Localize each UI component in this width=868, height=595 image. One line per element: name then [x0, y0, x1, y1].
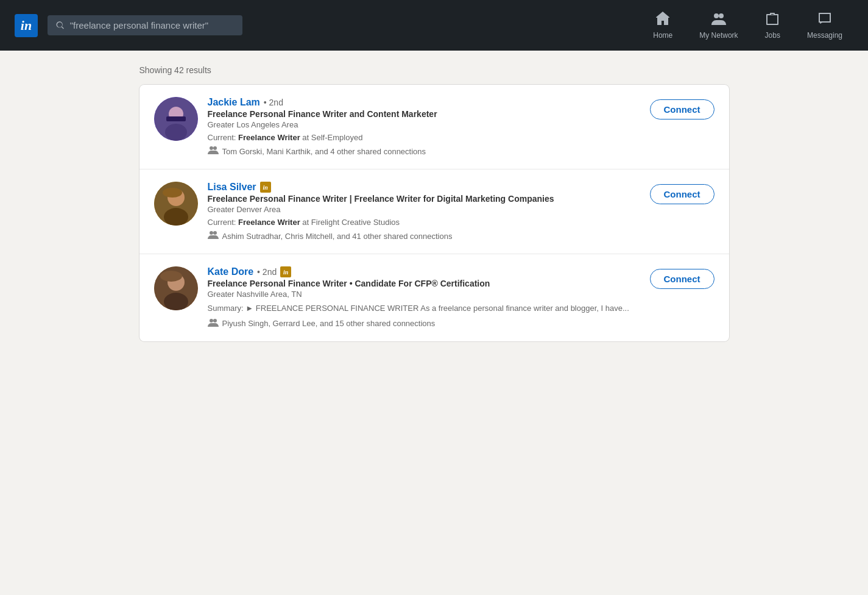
result-title-jackie: Freelance Personal Finance Writer and Co… [208, 109, 640, 119]
svg-point-10 [164, 293, 188, 310]
navbar: in Home My Network Jobs [0, 0, 868, 51]
connections-icon-kate [208, 318, 219, 329]
result-connections-lisa: Ashim Sutradhar, Chris Mitchell, and 41 … [208, 230, 640, 241]
results-count: Showing 42 results [139, 65, 729, 75]
svg-point-11 [160, 271, 182, 282]
jobs-icon [765, 12, 780, 29]
nav-item-mynetwork[interactable]: My Network [688, 12, 749, 40]
result-info-kate-dore: Kate Dore • 2nd in Freelance Personal Fi… [208, 266, 640, 329]
messaging-icon [817, 12, 832, 29]
svg-point-7 [163, 188, 182, 198]
current-at-lisa: at [302, 218, 311, 227]
nav-item-home[interactable]: Home [642, 12, 683, 40]
avatar-image-kate [154, 266, 198, 310]
current-role-lisa: Freelance Writer [238, 218, 300, 227]
nav-home-label: Home [653, 31, 672, 40]
connections-text-lisa: Ashim Sutradhar, Chris Mitchell, and 41 … [222, 232, 453, 241]
avatar-jackie-lam [154, 97, 198, 141]
result-title-lisa: Freelance Personal Finance Writer | Free… [208, 194, 640, 204]
result-location-jackie: Greater Los Angeles Area [208, 120, 640, 129]
result-item-jackie-lam: Jackie Lam • 2nd Freelance Personal Fina… [139, 85, 729, 169]
current-label-lisa: Current: [208, 218, 236, 227]
current-label-jackie: Current: [208, 133, 236, 142]
current-company-lisa: Firelight Creative Studios [311, 218, 400, 227]
result-name-kate[interactable]: Kate Dore [208, 266, 254, 277]
nav-jobs-label: Jobs [765, 31, 780, 40]
svg-point-6 [164, 208, 188, 226]
result-location-kate: Greater Nashville Area, TN [208, 290, 640, 299]
search-bar [48, 15, 242, 35]
result-location-lisa: Greater Denver Area [208, 205, 640, 214]
nav-item-jobs[interactable]: Jobs [754, 12, 791, 40]
nav-items: Home My Network Jobs Messaging [642, 12, 853, 40]
connections-text-kate: Piyush Singh, Gerrard Lee, and 15 other … [222, 319, 436, 328]
result-current-lisa: Current: Freelance Writer at Firelight C… [208, 218, 640, 227]
search-icon [56, 21, 65, 30]
my-network-icon [711, 12, 726, 29]
nav-messaging-label: Messaging [807, 31, 842, 40]
search-input[interactable] [70, 20, 234, 30]
svg-point-2 [165, 124, 187, 141]
result-item-kate-dore: Kate Dore • 2nd in Freelance Personal Fi… [139, 254, 729, 341]
current-company-jackie: Self-Employed [311, 133, 363, 142]
current-role-jackie: Freelance Writer [238, 133, 300, 142]
connect-button-lisa[interactable]: Connect [650, 184, 715, 204]
result-info-lisa-silver: Lisa Silver in Freelance Personal Financ… [208, 182, 640, 241]
avatar-image [154, 97, 198, 141]
result-connections-kate: Piyush Singh, Gerrard Lee, and 15 other … [208, 318, 640, 329]
connections-text-jackie: Tom Gorski, Mani Karthik, and 4 other sh… [222, 147, 426, 156]
result-action-jackie: Connect [650, 97, 715, 119]
avatar-lisa-silver [154, 182, 198, 226]
result-degree-jackie: • 2nd [264, 98, 283, 107]
connections-icon-jackie [208, 146, 219, 157]
nav-item-messaging[interactable]: Messaging [796, 12, 853, 40]
avatar-image-lisa [154, 182, 198, 226]
result-name-lisa[interactable]: Lisa Silver [208, 182, 256, 193]
svg-rect-3 [166, 116, 186, 121]
result-action-lisa: Connect [650, 182, 715, 204]
main-content: Showing 42 results Jackie Lam • 2nd Free… [130, 51, 739, 356]
result-action-kate: Connect [650, 266, 715, 289]
result-connections-jackie: Tom Gorski, Mani Karthik, and 4 other sh… [208, 146, 640, 157]
connect-button-jackie[interactable]: Connect [650, 99, 715, 119]
connect-button-kate[interactable]: Connect [650, 269, 715, 289]
avatar-kate-dore [154, 266, 198, 310]
result-current-jackie: Current: Freelance Writer at Self-Employ… [208, 133, 640, 142]
name-line-jackie: Jackie Lam • 2nd [208, 97, 640, 108]
connections-icon-lisa [208, 230, 219, 241]
linkedin-badge-kate: in [280, 266, 291, 277]
linkedin-logo[interactable]: in [15, 14, 38, 37]
result-summary-kate: Summary: ► FREELANCE PERSONAL FINANCE WR… [208, 302, 640, 315]
linkedin-badge-lisa: in [260, 182, 271, 193]
result-info-jackie-lam: Jackie Lam • 2nd Freelance Personal Fina… [208, 97, 640, 157]
name-line-kate: Kate Dore • 2nd in [208, 266, 640, 277]
home-icon [655, 12, 670, 29]
result-degree-kate: • 2nd [257, 267, 277, 277]
current-at-jackie: at [302, 133, 311, 142]
results-container: Jackie Lam • 2nd Freelance Personal Fina… [139, 85, 729, 341]
result-name-jackie[interactable]: Jackie Lam [208, 97, 260, 108]
nav-mynetwork-label: My Network [699, 31, 738, 40]
name-line-lisa: Lisa Silver in [208, 182, 640, 193]
result-title-kate: Freelance Personal Finance Writer • Cand… [208, 279, 640, 288]
result-item-lisa-silver: Lisa Silver in Freelance Personal Financ… [139, 169, 729, 254]
